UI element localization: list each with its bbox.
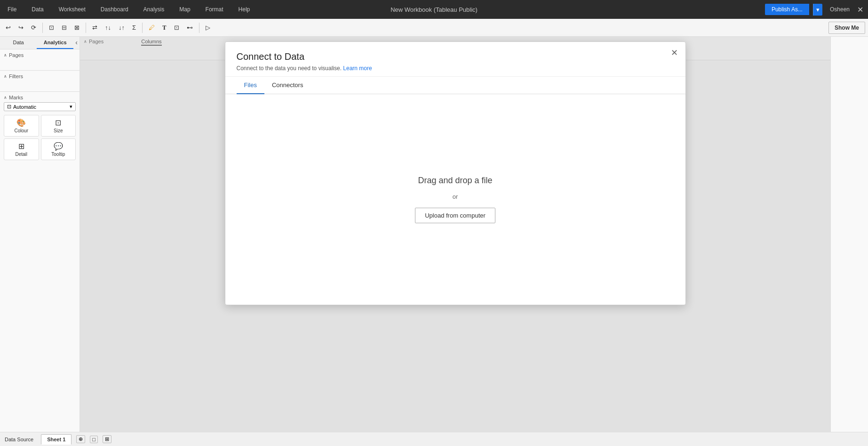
toolbar-separator-1 <box>42 23 43 33</box>
present-button[interactable]: ▷ <box>203 22 213 33</box>
menu-help[interactable]: Help <box>236 4 253 15</box>
duplicate-sheet-button[interactable]: ⊟ <box>59 22 70 33</box>
status-bar: Data Source Sheet 1 ⊕ □ ⊞ <box>0 432 868 446</box>
pages-header[interactable]: ∧ Pages <box>4 52 76 58</box>
marks-colour[interactable]: 🎨 Colour <box>4 115 39 137</box>
tooltip-label: Tooltip <box>51 152 65 157</box>
pages-content <box>4 60 76 67</box>
right-panel <box>830 37 868 432</box>
sort-desc-button[interactable]: ↓↑ <box>116 22 127 33</box>
marks-tooltip[interactable]: 💬 Tooltip <box>41 138 76 160</box>
sidebar-collapse-button[interactable]: ‹ <box>73 37 80 49</box>
clear-sheet-button[interactable]: ⊠ <box>72 22 82 33</box>
sheet1-tab[interactable]: Sheet 1 <box>41 434 72 445</box>
refresh-button[interactable]: ⟳ <box>28 22 39 33</box>
colour-icon: 🎨 <box>16 118 26 127</box>
dialog-title: Connect to Data <box>237 51 674 62</box>
dialog-subtitle-text: Connect to the data you need to visualis… <box>237 65 342 72</box>
new-sheet-button[interactable]: ⊡ <box>46 22 57 33</box>
dialog-body: Drag and drop a file or Upload from comp… <box>225 94 685 305</box>
dialog-subtitle: Connect to the data you need to visualis… <box>237 65 674 72</box>
window-title: New Workbook (Tableau Public) <box>390 6 478 13</box>
detail-icon: ⊞ <box>18 142 24 151</box>
tooltip-icon: 💬 <box>54 142 63 151</box>
new-sheet-icon-button[interactable]: ⊕ <box>76 435 85 443</box>
menu-data[interactable]: Data <box>29 4 46 15</box>
publish-dropdown-button[interactable]: ▾ <box>813 4 822 16</box>
title-bar-right: Publish As... ▾ Osheen ✕ <box>765 4 863 16</box>
swap-rows-cols-button[interactable]: ⇄ <box>89 22 100 33</box>
marks-type-selector[interactable]: ⊡ Automatic ▾ <box>4 102 76 111</box>
size-label: Size <box>54 128 63 133</box>
user-name: Osheen <box>830 6 850 13</box>
marks-collapse-icon: ∧ <box>4 95 7 100</box>
detail-label: Detail <box>15 152 27 157</box>
sort-asc-button[interactable]: ↑↓ <box>102 22 114 33</box>
sidebar-tab-data[interactable]: Data <box>0 37 37 49</box>
fit-button[interactable]: ⊷ <box>184 22 196 33</box>
toolbar: ↩ ↪ ⟳ ⊡ ⊟ ⊠ ⇄ ↑↓ ↓↑ Σ 🖊 𝐓 ⊡ ⊷ ▷ Show Me <box>0 19 868 37</box>
size-icon: ⊡ <box>55 118 61 127</box>
pages-collapse-icon: ∧ <box>4 53 7 57</box>
marks-section: ∧ Marks ⊡ Automatic ▾ 🎨 Colour ⊡ Size ⊞ <box>0 91 80 163</box>
dialog-close-button[interactable]: ✕ <box>671 48 678 58</box>
upload-from-computer-button[interactable]: Upload from computer <box>415 208 495 223</box>
view-card-button[interactable]: ⊡ <box>171 22 182 33</box>
sidebar-tab-analytics[interactable]: Analytics <box>37 37 73 49</box>
connect-to-data-dialog: Connect to Data Connect to the data you … <box>225 41 686 305</box>
new-story-button[interactable]: ⊞ <box>103 435 111 443</box>
left-sidebar: Data Analytics ‹ ∧ Pages ∧ Filters ∧ Mar… <box>0 37 80 432</box>
menu-file[interactable]: File <box>5 4 19 15</box>
dialog-tabs: Files Connectors <box>225 77 685 94</box>
dialog-header: Connect to Data Connect to the data you … <box>225 42 685 77</box>
menu-worksheet[interactable]: Worksheet <box>56 4 88 15</box>
content-area: ∧ Pages Columns Connect to Data Connect … <box>80 37 830 432</box>
highlight-button[interactable]: 🖊 <box>146 22 158 33</box>
marks-label: Marks <box>9 95 23 100</box>
marks-header[interactable]: ∧ Marks <box>4 95 76 100</box>
window-close-button[interactable]: ✕ <box>857 5 863 14</box>
publish-as-button[interactable]: Publish As... <box>765 4 809 15</box>
pages-section: ∧ Pages <box>0 49 80 70</box>
marks-detail[interactable]: ⊞ Detail <box>4 138 39 160</box>
colour-label: Colour <box>15 128 28 133</box>
toolbar-separator-3 <box>142 23 143 33</box>
learn-more-link[interactable]: Learn more <box>343 65 372 72</box>
menu-bar: File Data Worksheet Dashboard Analysis M… <box>5 4 253 15</box>
marks-grid: 🎨 Colour ⊡ Size ⊞ Detail 💬 Tooltip <box>4 115 76 160</box>
filters-collapse-icon: ∧ <box>4 74 7 79</box>
redo-button[interactable]: ↪ <box>16 22 26 33</box>
or-text: or <box>453 193 458 200</box>
show-me-button[interactable]: Show Me <box>828 22 865 34</box>
marks-type-label: Automatic <box>13 104 36 110</box>
dialog-tab-connectors[interactable]: Connectors <box>264 77 311 94</box>
filters-section: ∧ Filters <box>0 70 80 91</box>
menu-format[interactable]: Format <box>203 4 226 15</box>
filters-header[interactable]: ∧ Filters <box>4 73 76 79</box>
new-dashboard-button[interactable]: □ <box>90 436 98 443</box>
sidebar-tabs: Data Analytics ‹ <box>0 37 80 49</box>
menu-map[interactable]: Map <box>176 4 193 15</box>
drag-drop-text: Drag and drop a file <box>418 176 492 186</box>
toolbar-separator-4 <box>199 23 199 33</box>
marks-size[interactable]: ⊡ Size <box>41 115 76 137</box>
menu-analysis[interactable]: Analysis <box>141 4 167 15</box>
dialog-tab-files[interactable]: Files <box>237 77 264 94</box>
dialog-overlay: Connect to Data Connect to the data you … <box>80 37 830 432</box>
filters-content <box>4 81 76 89</box>
filters-label: Filters <box>9 73 23 79</box>
main-layout: Data Analytics ‹ ∧ Pages ∧ Filters ∧ Mar… <box>0 37 868 432</box>
format-button[interactable]: 𝐓 <box>159 22 169 33</box>
pages-label: Pages <box>9 52 24 58</box>
totals-button[interactable]: Σ <box>129 22 139 33</box>
menu-dashboard[interactable]: Dashboard <box>98 4 131 15</box>
title-bar: File Data Worksheet Dashboard Analysis M… <box>0 0 868 19</box>
undo-button[interactable]: ↩ <box>3 22 14 33</box>
toolbar-separator-2 <box>86 23 86 33</box>
data-source-tab[interactable]: Data Source <box>5 437 33 442</box>
